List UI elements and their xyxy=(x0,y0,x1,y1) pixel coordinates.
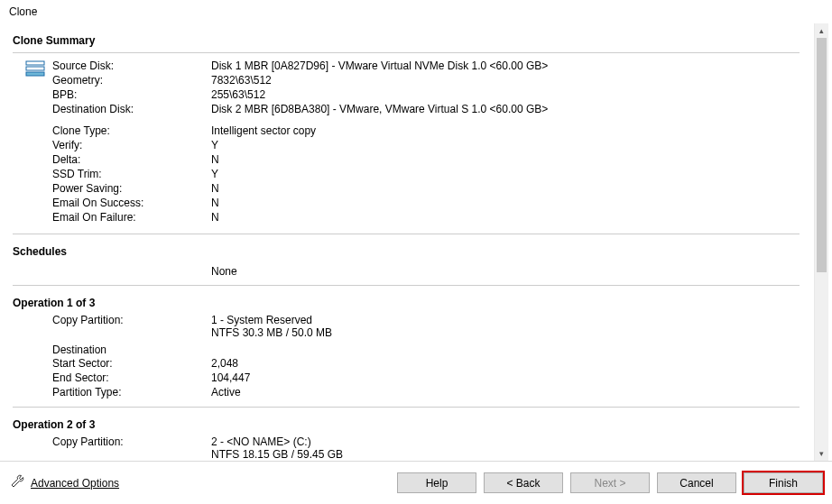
operation-1-heading: Operation 1 of 3 xyxy=(13,291,800,313)
label: SSD Trim: xyxy=(52,167,211,181)
label: Verify: xyxy=(52,138,211,152)
help-button[interactable]: Help xyxy=(397,472,476,493)
destination-subheading: Destination xyxy=(52,344,800,356)
operation-2-heading: Operation 2 of 3 xyxy=(13,413,800,435)
value: N xyxy=(211,181,316,196)
label: Email On Failure: xyxy=(52,210,211,225)
schedules-heading: Schedules xyxy=(13,240,800,261)
disk-icon xyxy=(25,60,45,79)
label: Destination Disk: xyxy=(52,102,211,116)
value: Disk 2 MBR [6D8BA380] - VMware, VMware V… xyxy=(211,102,548,116)
label: Geometry: xyxy=(52,73,211,87)
next-button: Next > xyxy=(570,472,650,493)
table-row: SSD Trim:Y xyxy=(52,167,316,181)
table-row: Destination Disk:Disk 2 MBR [6D8BA380] -… xyxy=(52,102,548,116)
table-row: Partition Type:Active xyxy=(52,385,250,399)
label: BPB: xyxy=(52,87,211,102)
table-row: Source Disk:Disk 1 MBR [0A827D96] - VMwa… xyxy=(52,59,548,73)
summary-rows-1: Source Disk:Disk 1 MBR [0A827D96] - VMwa… xyxy=(52,59,548,116)
op1-copy-partition: Copy Partition: 1 - System Reserved NTFS… xyxy=(52,313,332,340)
label: Partition Type: xyxy=(52,385,211,399)
content-area: Clone Summary Source Disk:Disk 1 MBR [0A… xyxy=(0,23,812,461)
value: Y xyxy=(211,167,316,181)
table-row: Email On Failure:N xyxy=(52,210,316,225)
finish-button[interactable]: Finish xyxy=(744,472,823,493)
vertical-scrollbar[interactable]: ▴ ▾ xyxy=(814,23,828,461)
value: 104,447 xyxy=(211,371,250,385)
divider xyxy=(13,234,800,234)
table-row: End Sector:104,447 xyxy=(52,371,250,385)
scroll-up-arrow[interactable]: ▴ xyxy=(815,23,828,38)
value: N xyxy=(211,210,316,225)
label: Delta: xyxy=(52,152,211,167)
value-line2: NTFS 18.15 GB / 59.45 GB xyxy=(211,448,343,461)
window-title: Clone xyxy=(0,0,832,22)
advanced-options-link[interactable]: Advanced Options xyxy=(31,477,119,490)
value: Intelligent sector copy xyxy=(211,124,316,138)
label: Copy Partition: xyxy=(52,313,211,340)
label: End Sector: xyxy=(52,371,211,385)
value: 255\63\512 xyxy=(211,87,548,102)
op1-destination-rows: Start Sector:2,048End Sector:104,447Part… xyxy=(52,356,250,399)
divider xyxy=(13,52,800,53)
value: 7832\63\512 xyxy=(211,73,548,87)
scroll-thumb[interactable] xyxy=(817,38,827,272)
value-line2: NTFS 30.3 MB / 50.0 MB xyxy=(211,326,332,339)
cancel-button[interactable]: Cancel xyxy=(657,472,736,493)
svg-rect-0 xyxy=(26,61,44,65)
schedules-value: None xyxy=(13,261,800,283)
label: Start Sector: xyxy=(52,356,211,371)
clone-summary-heading: Clone Summary xyxy=(13,29,800,50)
scroll-down-arrow[interactable]: ▾ xyxy=(815,446,828,461)
table-row: Verify:Y xyxy=(52,138,316,152)
value-line1: 1 - System Reserved xyxy=(211,314,332,326)
table-row: Start Sector:2,048 xyxy=(52,356,250,371)
svg-rect-1 xyxy=(26,67,44,70)
label: Clone Type: xyxy=(52,124,211,138)
table-row: Power Saving:N xyxy=(52,181,316,196)
divider xyxy=(13,285,800,286)
label: Power Saving: xyxy=(52,181,211,196)
value-line1: 2 - <NO NAME> (C:) xyxy=(211,435,343,448)
value: N xyxy=(211,152,316,167)
value: Active xyxy=(211,385,250,399)
value: N xyxy=(211,196,316,210)
svg-rect-2 xyxy=(26,72,44,76)
summary-rows-2: Clone Type:Intelligent sector copyVerify… xyxy=(52,124,316,225)
divider xyxy=(13,407,800,408)
value: Y xyxy=(211,138,316,152)
value: Disk 1 MBR [0A827D96] - VMware Virtual N… xyxy=(211,59,548,73)
back-button[interactable]: < Back xyxy=(484,472,563,493)
label: Copy Partition: xyxy=(52,435,211,461)
table-row: Email On Success:N xyxy=(52,196,316,210)
wrench-icon xyxy=(9,473,25,492)
label: Source Disk: xyxy=(52,59,211,73)
table-row: Delta:N xyxy=(52,152,316,167)
label: Email On Success: xyxy=(52,196,211,210)
value: 2,048 xyxy=(211,356,250,371)
table-row: Clone Type:Intelligent sector copy xyxy=(52,124,316,138)
table-row: Geometry:7832\63\512 xyxy=(52,73,548,87)
footer-bar: Advanced Options Help < Back Next > Canc… xyxy=(0,461,832,504)
op2-copy-partition: Copy Partition: 2 - <NO NAME> (C:) NTFS … xyxy=(52,435,343,461)
table-row: BPB:255\63\512 xyxy=(52,87,548,102)
